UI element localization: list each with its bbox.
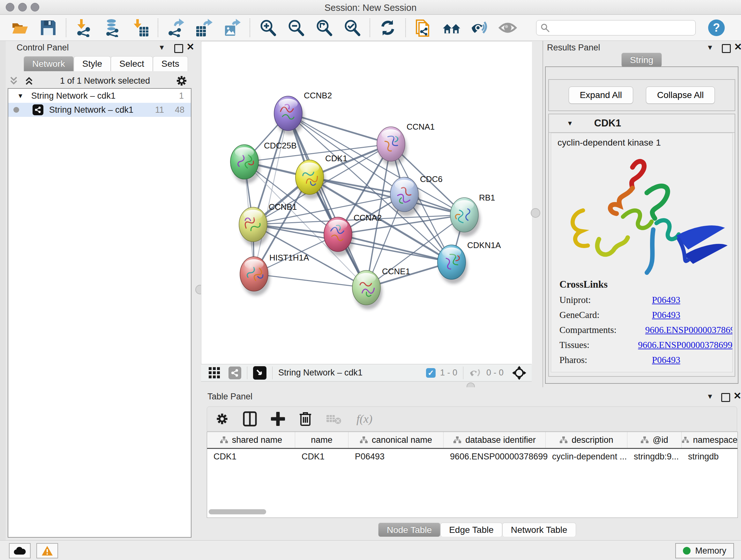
control-panel-close-button[interactable]: ✕ <box>186 44 194 51</box>
network-collection-row[interactable]: ▼ String Network – cdk1 1 <box>8 89 191 103</box>
column-header-description[interactable]: description <box>546 432 627 448</box>
tab-string[interactable]: String <box>621 53 662 67</box>
save-session-button[interactable] <box>39 18 57 37</box>
tab-edge-table[interactable]: Edge Table <box>441 523 502 537</box>
tab-network-table[interactable]: Network Table <box>502 523 576 537</box>
control-panel-menu-caret[interactable]: ▼ <box>158 44 165 52</box>
table-row[interactable]: CDK1 CDK1 P06493 9606.ENSP00000378699 cy… <box>207 449 738 464</box>
show-panels-button[interactable] <box>498 18 517 37</box>
pharos-link[interactable]: P06493 <box>652 355 680 365</box>
tab-network[interactable]: Network <box>23 56 74 71</box>
results-panel-close-button[interactable]: ✕ <box>734 44 741 51</box>
import-network-file-button[interactable] <box>75 18 93 37</box>
collapse-all-button[interactable]: Collapse All <box>646 86 715 104</box>
tab-sets[interactable]: Sets <box>153 56 188 71</box>
zoom-out-button[interactable] <box>286 18 305 37</box>
search-box <box>536 20 696 36</box>
help-button[interactable]: ? <box>707 18 726 37</box>
gear-icon[interactable] <box>176 75 188 87</box>
warnings-button[interactable] <box>37 543 58 558</box>
memory-button[interactable]: Memory <box>675 543 734 558</box>
home-networks-button[interactable] <box>442 18 461 37</box>
table-options-gear-icon[interactable] <box>215 412 229 426</box>
network-node-CCNB2[interactable]: CCNB2 <box>274 91 332 135</box>
open-session-button[interactable] <box>11 18 29 37</box>
zoom-fit-button[interactable] <box>315 18 333 37</box>
search-input[interactable] <box>550 22 688 33</box>
cell-shared-name[interactable]: CDK1 <box>207 449 295 464</box>
table-panel-float-button[interactable] <box>721 393 730 403</box>
birdseye-view-icon[interactable] <box>253 366 266 380</box>
collection-caret-icon[interactable]: ▼ <box>17 92 23 100</box>
column-header-name[interactable]: name <box>295 432 348 448</box>
selected-checkbox-icon[interactable]: ✓ <box>426 368 435 378</box>
expand-collapse-bar: Expand All Collapse All <box>548 79 735 111</box>
fit-content-crosshair-icon[interactable] <box>512 366 527 380</box>
tab-select[interactable]: Select <box>111 56 153 71</box>
floppy-disk-icon <box>40 19 57 37</box>
uniprot-link[interactable]: P06493 <box>652 295 680 305</box>
collapse-all-icon[interactable] <box>8 75 19 86</box>
network-view-icon[interactable] <box>228 367 241 379</box>
hide-panels-button[interactable] <box>470 18 489 37</box>
cell-database-identifier[interactable]: 9606.ENSP00000378699 <box>444 449 546 464</box>
column-header-shared-name[interactable]: shared name <box>207 432 295 448</box>
tab-style[interactable]: Style <box>74 56 111 71</box>
genecard-link[interactable]: P06493 <box>652 310 680 320</box>
grid-view-icon[interactable] <box>208 367 221 379</box>
results-panel-menu-caret[interactable]: ▼ <box>706 44 714 52</box>
gene-section-header[interactable]: ▼ CDK1 <box>549 114 735 133</box>
table-panel-menu-caret[interactable]: ▼ <box>706 392 714 401</box>
gene-caret-icon[interactable]: ▼ <box>567 120 573 127</box>
expand-all-button[interactable]: Expand All <box>569 86 633 104</box>
compartments-link[interactable]: 9606.ENSP00000378699 <box>645 325 733 335</box>
export-image-button[interactable] <box>223 18 241 37</box>
network-node-RB1[interactable]: RB1 <box>450 193 495 237</box>
tab-node-table[interactable]: Node Table <box>378 523 441 537</box>
network-canvas[interactable]: CCNB2CCNA1CDC25BCDK1CDC6RB1CCNB1CCNA2CDK… <box>201 41 532 364</box>
network-node-CDC6[interactable]: CDC6 <box>390 174 443 216</box>
scrollbar-thumb[interactable] <box>209 509 266 514</box>
export-network-button[interactable] <box>166 18 185 37</box>
delete-table-icon <box>326 413 342 425</box>
cell-description[interactable]: cyclin-dependent ... <box>546 449 627 464</box>
control-panel-float-button[interactable] <box>174 44 183 54</box>
cell-namespace[interactable]: stringdb <box>682 449 738 464</box>
column-header-database-identifier[interactable]: database identifier <box>444 432 546 448</box>
import-table-file-button[interactable] <box>131 18 149 37</box>
expand-all-icon[interactable] <box>23 75 35 86</box>
show-columns-icon[interactable] <box>243 411 257 427</box>
zoom-in-button[interactable] <box>259 18 277 37</box>
crosslink-row: Tissues: 9606.ENSP00000378699 <box>551 340 732 350</box>
import-network-database-button[interactable] <box>103 18 121 37</box>
share-session-file-button[interactable] <box>414 18 433 37</box>
network-node-CCNE1[interactable]: CCNE1 <box>352 266 410 309</box>
cloud-status-button[interactable] <box>9 543 30 558</box>
network-node-CDKN1A[interactable]: CDKN1A <box>437 240 501 284</box>
export-table-button[interactable] <box>195 18 213 37</box>
tissues-link[interactable]: 9606.ENSP00000378699 <box>638 340 732 350</box>
hidden-counts: 0 - 0 <box>486 368 503 378</box>
table-panel-close-button[interactable]: ✕ <box>733 392 741 400</box>
control-panel-tabs: Network Style Select Sets <box>23 56 188 71</box>
cell-name[interactable]: CDK1 <box>295 449 348 464</box>
table-header-row: shared name name canonical name database… <box>207 432 738 449</box>
column-header-namespace[interactable]: namespace <box>682 432 738 448</box>
splitter-handle-right[interactable] <box>531 208 540 218</box>
gene-section: ▼ CDK1 cyclin-dependent kinase 1 <box>548 114 735 377</box>
cell-canonical-name[interactable]: P06493 <box>348 449 444 464</box>
network-row[interactable]: String Network – cdk1 11 48 <box>8 103 191 117</box>
cell-id[interactable]: stringdb:9... <box>627 449 682 464</box>
hidden-eye-icon[interactable] <box>469 368 482 378</box>
status-bar: Memory <box>0 540 741 560</box>
add-column-icon[interactable] <box>271 412 285 426</box>
search-icon <box>540 23 550 33</box>
refresh-button[interactable] <box>379 18 397 37</box>
column-header-canonical-name[interactable]: canonical name <box>348 432 444 448</box>
column-header-id[interactable]: @id <box>627 432 682 448</box>
network-node-HIST1H1A[interactable]: HIST1H1A <box>240 253 309 296</box>
table-horizontal-scrollbar[interactable] <box>209 509 735 515</box>
results-panel-float-button[interactable] <box>722 44 731 54</box>
zoom-selected-button[interactable] <box>343 18 361 37</box>
delete-column-icon[interactable] <box>299 411 312 427</box>
